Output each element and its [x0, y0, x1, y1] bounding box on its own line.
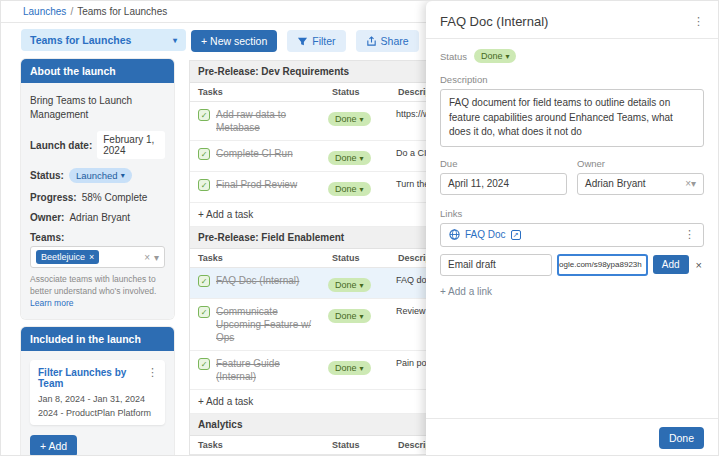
- chevron-down-icon: ▾: [360, 281, 364, 290]
- new-link-row: Email draft //www.google.com/s98ypa8923h…: [440, 254, 704, 276]
- team-selector-dropdown[interactable]: Teams for Launches ▾: [21, 29, 186, 51]
- share-button[interactable]: Share: [356, 30, 419, 52]
- app-window: Launches / Teams for Launches Teams for …: [0, 0, 719, 456]
- breadcrumb-separator: /: [70, 6, 73, 17]
- links-label: Links: [440, 208, 704, 219]
- task-checkbox[interactable]: ✓: [198, 275, 210, 287]
- add-link-button[interactable]: Add: [653, 255, 689, 274]
- kebab-menu-icon[interactable]: ⋮: [684, 229, 695, 240]
- chevron-down-icon: ▾: [121, 171, 125, 180]
- filter-icon: [297, 36, 308, 47]
- launch-date-label: Launch date:: [30, 140, 92, 151]
- breadcrumb-current: Teams for Launches: [77, 6, 167, 17]
- task-title[interactable]: Feature Guide (Internal): [216, 357, 320, 383]
- chevron-down-icon[interactable]: ▾: [154, 252, 159, 263]
- task-status-dropdown[interactable]: Done▾: [328, 309, 371, 323]
- launch-status-value: Launched: [76, 170, 118, 181]
- progress-value: 58% Complete: [82, 192, 148, 203]
- status-cell: Done▾: [324, 102, 390, 140]
- linked-launch-title[interactable]: Filter Launches by Team: [38, 367, 148, 389]
- task-cell: ✓Feature Guide (Internal): [190, 351, 324, 389]
- task-status-dropdown[interactable]: Done▾: [328, 151, 371, 165]
- filter-button[interactable]: Filter: [287, 30, 345, 52]
- chevron-down-icon: ▾: [360, 154, 364, 163]
- task-checkbox[interactable]: ✓: [198, 109, 210, 121]
- link-name-input[interactable]: Email draft: [440, 254, 552, 276]
- helper-text: Associate teams with launches to better …: [30, 274, 156, 296]
- status-column-header: Status: [324, 436, 390, 454]
- team-selector-label: Teams for Launches: [30, 34, 131, 46]
- status-column-header: Status: [324, 249, 390, 267]
- task-cell: ✓Add raw data to Metabase: [190, 102, 324, 140]
- launch-date-input[interactable]: February 1, 2024: [97, 131, 165, 159]
- task-checkbox[interactable]: ✓: [198, 179, 210, 191]
- task-detail-panel: FAQ Doc (Internal) ⋮ Status Done ▾ Descr…: [426, 1, 718, 456]
- task-checkbox[interactable]: ✓: [198, 306, 210, 318]
- status-cell: Done▾: [324, 141, 390, 171]
- tasks-column-header: Tasks: [190, 83, 324, 101]
- breadcrumb-launches-link[interactable]: Launches: [23, 6, 66, 17]
- status-column-header: Status: [324, 83, 390, 101]
- kebab-menu-icon[interactable]: ⋮: [147, 367, 158, 378]
- team-tag-beetlejuice[interactable]: Beetlejuice ×: [36, 250, 99, 264]
- task-title[interactable]: Add raw data to Metabase: [216, 108, 320, 134]
- new-section-button[interactable]: + New section: [191, 30, 277, 52]
- task-checkbox[interactable]: ✓: [198, 148, 210, 160]
- link-url-value: //www.google.com/s98ypa8923h: [557, 260, 642, 269]
- teams-label: Teams:: [30, 232, 165, 243]
- add-a-link-button[interactable]: + Add a link: [440, 286, 704, 297]
- clear-teams-icon[interactable]: ×: [144, 252, 150, 263]
- included-launch-header: Included in the launch: [21, 327, 174, 351]
- task-status-value: Done: [335, 184, 357, 194]
- task-title[interactable]: FAQ Doc (Internal): [216, 274, 320, 287]
- due-date-input[interactable]: April 11, 2024: [440, 173, 567, 195]
- owner-value: Adrian Bryant: [69, 212, 130, 223]
- task-status-value: Done: [335, 363, 357, 373]
- chevron-down-icon: ▾: [360, 312, 364, 321]
- owner-select[interactable]: Adrian Bryant × ▾: [577, 173, 704, 195]
- learn-more-link[interactable]: Learn more: [30, 298, 73, 308]
- teams-multiselect[interactable]: Beetlejuice × × ▾: [30, 246, 165, 268]
- cancel-link-icon[interactable]: ×: [694, 259, 704, 271]
- chevron-down-icon[interactable]: ▾: [691, 178, 696, 189]
- due-label: Due: [440, 158, 567, 169]
- link-row: FAQ Doc ↗ ⋮: [440, 223, 704, 247]
- task-status-dropdown[interactable]: Done▾: [328, 361, 371, 375]
- kebab-menu-icon[interactable]: ⋮: [693, 16, 704, 27]
- linked-launch-card[interactable]: Filter Launches by Team Jan 8, 2024 - Ja…: [30, 360, 165, 425]
- chevron-down-icon: ▾: [360, 115, 364, 124]
- status-label: Status:: [30, 170, 64, 181]
- globe-icon: [449, 229, 460, 240]
- task-status-dropdown[interactable]: Done▾: [328, 112, 371, 126]
- task-status-dropdown[interactable]: Done▾: [328, 278, 371, 292]
- link-url-input[interactable]: //www.google.com/s98ypa8923h: [557, 254, 648, 276]
- task-checkbox[interactable]: ✓: [198, 358, 210, 370]
- linked-launch-subtitle: 2024 - ProductPlan Platform: [38, 408, 157, 418]
- about-launch-header: About the launch: [21, 59, 174, 83]
- task-status-value: Done: [335, 311, 357, 321]
- task-title[interactable]: Complete CI Run: [216, 147, 320, 160]
- team-tag-label: Beetlejuice: [41, 252, 85, 262]
- launch-status-dropdown[interactable]: Launched ▾: [69, 168, 132, 183]
- task-title[interactable]: Final Prod Review: [216, 178, 320, 191]
- task-cell: ✓FAQ Doc (Internal): [190, 268, 324, 298]
- link-name-value: Email draft: [448, 259, 496, 270]
- faq-doc-link[interactable]: FAQ Doc: [465, 229, 506, 240]
- chevron-down-icon: ▾: [173, 36, 177, 45]
- filter-label: Filter: [312, 35, 335, 47]
- close-icon[interactable]: ×: [89, 252, 94, 262]
- external-link-icon[interactable]: ↗: [511, 230, 521, 240]
- task-status-dropdown[interactable]: Done▾: [328, 182, 371, 196]
- panel-status-label: Status: [440, 51, 467, 62]
- due-date-value: April 11, 2024: [448, 178, 509, 189]
- teams-helper-text: Associate teams with launches to better …: [30, 274, 165, 310]
- add-launch-button[interactable]: + Add: [30, 435, 77, 456]
- panel-status-dropdown[interactable]: Done ▾: [474, 49, 517, 63]
- panel-owner-value: Adrian Bryant: [585, 178, 646, 189]
- sidebar: Teams for Launches ▾ About the launch Br…: [21, 29, 186, 456]
- done-button[interactable]: Done: [659, 427, 704, 449]
- task-title[interactable]: Communicate Upcoming Feature w/ Ops: [216, 305, 320, 344]
- task-status-value: Done: [335, 153, 357, 163]
- description-textarea[interactable]: FAQ document for field teams to outline …: [440, 89, 704, 147]
- linked-launch-dates: Jan 8, 2024 - Jan 31, 2024: [38, 394, 157, 404]
